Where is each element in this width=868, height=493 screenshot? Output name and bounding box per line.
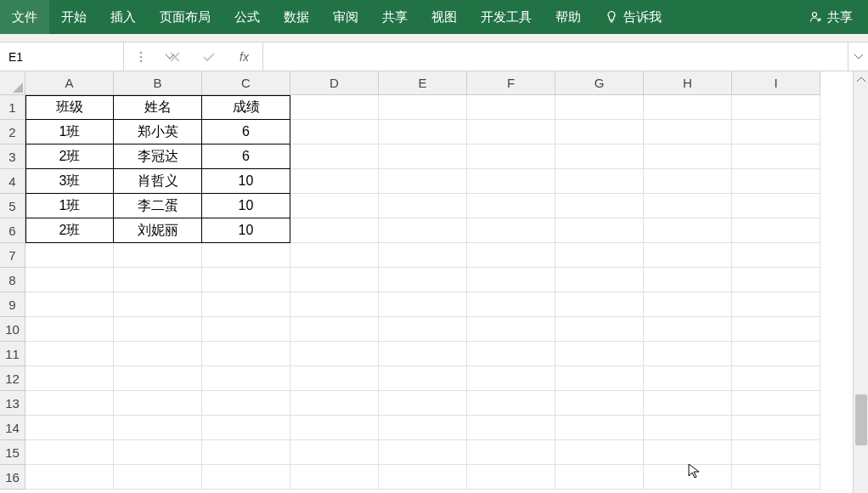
- row-header-5[interactable]: 5: [0, 194, 25, 218]
- cell-I3[interactable]: [732, 144, 820, 169]
- cell-E7[interactable]: [379, 243, 467, 268]
- row-header-4[interactable]: 4: [0, 169, 25, 194]
- cell-B5[interactable]: 李二蛋: [114, 194, 202, 218]
- cell-I10[interactable]: [732, 317, 820, 342]
- row-header-3[interactable]: 3: [0, 144, 25, 169]
- row-header-9[interactable]: 9: [0, 292, 25, 317]
- cell-B6[interactable]: 刘妮丽: [114, 218, 202, 243]
- cell-I11[interactable]: [732, 342, 820, 366]
- formula-bar-expand[interactable]: [848, 42, 868, 71]
- cell-H8[interactable]: [644, 268, 732, 292]
- cell-H3[interactable]: [644, 144, 732, 169]
- cell-B8[interactable]: [114, 268, 202, 292]
- row-header-7[interactable]: 7: [0, 243, 25, 268]
- cell-F7[interactable]: [467, 243, 555, 268]
- cell-D16[interactable]: [290, 465, 379, 490]
- cell-B16[interactable]: [114, 465, 202, 490]
- cell-D2[interactable]: [290, 120, 379, 144]
- cell-D6[interactable]: [290, 218, 379, 243]
- cell-G11[interactable]: [555, 342, 644, 366]
- cell-C1[interactable]: 成绩: [202, 95, 290, 120]
- cell-D10[interactable]: [290, 317, 379, 342]
- cell-F10[interactable]: [467, 317, 555, 342]
- cell-A11[interactable]: [25, 342, 114, 366]
- cell-G7[interactable]: [555, 243, 644, 268]
- cell-G1[interactable]: [555, 95, 644, 120]
- cell-H15[interactable]: [644, 440, 732, 465]
- cell-C10[interactable]: [202, 317, 290, 342]
- column-header-B[interactable]: B: [114, 71, 202, 95]
- cell-H4[interactable]: [644, 169, 732, 194]
- cell-C4[interactable]: 10: [202, 169, 290, 194]
- cell-H13[interactable]: [644, 391, 732, 416]
- cell-A3[interactable]: 2班: [25, 144, 114, 169]
- cell-I8[interactable]: [732, 268, 820, 292]
- cell-D5[interactable]: [290, 194, 379, 218]
- cell-C9[interactable]: [202, 292, 290, 317]
- cell-H10[interactable]: [644, 317, 732, 342]
- cell-G3[interactable]: [555, 144, 644, 169]
- ribbon-tab-home[interactable]: 开始: [49, 0, 99, 34]
- cell-F15[interactable]: [467, 440, 555, 465]
- ribbon-tab-pagelayout[interactable]: 页面布局: [148, 0, 223, 34]
- cell-D11[interactable]: [290, 342, 379, 366]
- cell-A8[interactable]: [25, 268, 114, 292]
- cell-G9[interactable]: [555, 292, 644, 317]
- cell-E13[interactable]: [379, 391, 467, 416]
- cell-G8[interactable]: [555, 268, 644, 292]
- cell-F12[interactable]: [467, 366, 555, 391]
- cell-D15[interactable]: [290, 440, 379, 465]
- cell-G12[interactable]: [555, 366, 644, 391]
- row-header-11[interactable]: 11: [0, 342, 25, 366]
- cell-I6[interactable]: [732, 218, 820, 243]
- cell-A5[interactable]: 1班: [25, 194, 114, 218]
- cell-B10[interactable]: [114, 317, 202, 342]
- cell-E14[interactable]: [379, 416, 467, 440]
- column-header-H[interactable]: H: [644, 71, 732, 95]
- cell-B2[interactable]: 郑小英: [114, 120, 202, 144]
- cell-H9[interactable]: [644, 292, 732, 317]
- select-all-corner[interactable]: [0, 71, 25, 95]
- namebox-dropdown[interactable]: [166, 42, 174, 71]
- cell-A4[interactable]: 3班: [25, 169, 114, 194]
- cell-B1[interactable]: 姓名: [114, 95, 202, 120]
- cell-A10[interactable]: [25, 317, 114, 342]
- cell-A2[interactable]: 1班: [25, 120, 114, 144]
- cell-C15[interactable]: [202, 440, 290, 465]
- cell-H16[interactable]: [644, 465, 732, 490]
- row-header-2[interactable]: 2: [0, 120, 25, 144]
- cell-C2[interactable]: 6: [202, 120, 290, 144]
- cell-H11[interactable]: [644, 342, 732, 366]
- row-header-16[interactable]: 16: [0, 465, 25, 490]
- cell-D7[interactable]: [290, 243, 379, 268]
- cell-F5[interactable]: [467, 194, 555, 218]
- cell-B15[interactable]: [114, 440, 202, 465]
- column-header-I[interactable]: I: [732, 71, 820, 95]
- cell-G16[interactable]: [555, 465, 644, 490]
- cell-H5[interactable]: [644, 194, 732, 218]
- cell-C6[interactable]: 10: [202, 218, 290, 243]
- cell-B9[interactable]: [114, 292, 202, 317]
- cell-E10[interactable]: [379, 317, 467, 342]
- cell-E3[interactable]: [379, 144, 467, 169]
- row-header-1[interactable]: 1: [0, 95, 25, 120]
- cell-I4[interactable]: [732, 169, 820, 194]
- cell-G4[interactable]: [555, 169, 644, 194]
- cell-D14[interactable]: [290, 416, 379, 440]
- cell-F16[interactable]: [467, 465, 555, 490]
- cell-A6[interactable]: 2班: [25, 218, 114, 243]
- ribbon-tab-formulas[interactable]: 公式: [223, 0, 272, 34]
- cell-A15[interactable]: [25, 440, 114, 465]
- ribbon-tab-file[interactable]: 文件: [0, 0, 49, 34]
- row-header-15[interactable]: 15: [0, 440, 25, 465]
- column-header-D[interactable]: D: [290, 71, 379, 95]
- cell-C13[interactable]: [202, 391, 290, 416]
- cell-H7[interactable]: [644, 243, 732, 268]
- ribbon-tab-data[interactable]: 数据: [272, 0, 321, 34]
- row-header-6[interactable]: 6: [0, 218, 25, 243]
- cell-B13[interactable]: [114, 391, 202, 416]
- cell-I14[interactable]: [732, 416, 820, 440]
- cell-G14[interactable]: [555, 416, 644, 440]
- cell-D13[interactable]: [290, 391, 379, 416]
- cell-A7[interactable]: [25, 243, 114, 268]
